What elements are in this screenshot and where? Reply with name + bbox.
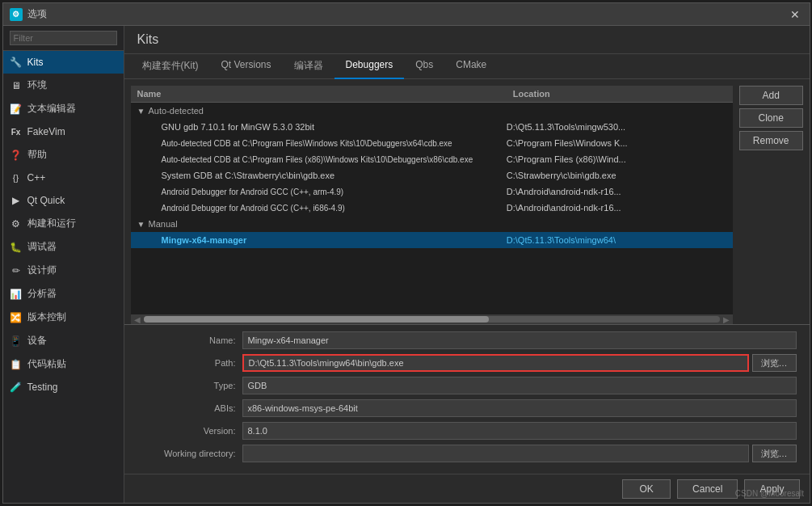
scroll-thumb[interactable] [144, 316, 490, 323]
sidebar-item-fakevim[interactable]: Fx FakeVim [3, 120, 124, 143]
sidebar-item-code-paste-label: 代码粘贴 [27, 357, 66, 371]
row-location: D:\Android\android-ndk-r16... [503, 203, 730, 213]
abis-row: ABIs: x86-windows-msys-pe-64bit [137, 399, 797, 417]
main-panel: Kits 构建套件(Kit) Qt Versions 编译器 Debuggers… [124, 26, 810, 503]
row-label: System GDB at C:\Strawberry\c\bin\gdb.ex… [160, 171, 503, 180]
filter-input[interactable] [10, 31, 117, 45]
sidebar-item-env-label: 环境 [27, 78, 47, 92]
type-row: Type: GDB [137, 377, 797, 394]
build-run-icon: ⚙ [10, 217, 23, 230]
table-actions-row: Name Location ▼ Auto-detected [124, 79, 810, 324]
sidebar-item-code-paste[interactable]: 📋 代码粘贴 [3, 352, 124, 376]
row-label: Manual [147, 219, 503, 229]
options-dialog: ⚙ 选项 ✕ 🔧 Kits 🖥 环境 📝 文本编辑器 [2, 2, 810, 504]
sidebar-item-designer-label: 设计师 [27, 264, 57, 277]
type-value: GDB [242, 377, 797, 394]
sidebar-item-build-run[interactable]: ⚙ 构建和运行 [3, 212, 124, 235]
vcs-icon: 🔀 [10, 311, 23, 324]
scroll-track[interactable] [144, 316, 720, 323]
table-header: Name Location [131, 86, 733, 103]
ok-button[interactable]: OK [622, 479, 671, 499]
row-location: C:\Program Files\Windows K... [503, 138, 730, 148]
tab-qt-versions[interactable]: Qt Versions [210, 54, 283, 79]
sidebar-item-vcs[interactable]: 🔀 版本控制 [3, 306, 124, 329]
sidebar-item-vcs-label: 版本控制 [27, 310, 66, 324]
sidebar-item-analyzer[interactable]: 📊 分析器 [3, 282, 124, 306]
sidebar-item-help-label: 帮助 [27, 148, 47, 162]
browse-working-dir-button[interactable]: 浏览… [752, 445, 797, 462]
tab-kit[interactable]: 构建套件(Kit) [131, 54, 210, 79]
location-col-header: Location [507, 86, 733, 102]
close-button[interactable]: ✕ [787, 6, 803, 23]
name-col-header: Name [131, 86, 507, 102]
sidebar-item-analyzer-label: 分析器 [27, 287, 57, 301]
fakevim-icon: Fx [10, 125, 23, 138]
sidebar-item-designer[interactable]: ✏ 设计师 [3, 259, 124, 282]
path-input[interactable] [242, 354, 749, 372]
sidebar-item-debugger[interactable]: 🐛 调试器 [3, 235, 124, 259]
name-input[interactable] [242, 331, 797, 349]
name-field-label: Name: [137, 335, 242, 345]
text-editor-icon: 📝 [10, 103, 23, 116]
sidebar-item-build-run-label: 构建和运行 [27, 217, 76, 230]
clone-button[interactable]: Clone [739, 108, 803, 128]
row-location: C:\Strawberry\c\bin\gdb.exe [503, 171, 730, 180]
name-row: Name: [137, 331, 797, 349]
tab-qbs[interactable]: Qbs [404, 54, 444, 79]
sidebar-item-debugger-label: 调试器 [27, 240, 57, 254]
tab-cmake[interactable]: CMake [444, 54, 498, 79]
table-row[interactable]: ▼ Auto-detected [131, 103, 733, 119]
version-field-label: Version: [137, 426, 242, 436]
table-row[interactable]: Android Debugger for Android GCC (C++, i… [131, 200, 733, 216]
expand-arrow: ▼ [137, 107, 147, 116]
sidebar-item-help[interactable]: ❓ 帮助 [3, 143, 124, 167]
cancel-button[interactable]: Cancel [677, 479, 738, 499]
tab-bar: 构建套件(Kit) Qt Versions 编译器 Debuggers Qbs … [124, 54, 810, 79]
title-icon: ⚙ [10, 8, 23, 21]
panel-title: Kits [124, 26, 810, 54]
remove-button[interactable]: Remove [739, 131, 803, 150]
designer-icon: ✏ [10, 264, 23, 277]
row-label: Auto-detected CDB at C:\Program Files\Wi… [160, 139, 503, 148]
row-location: C:\Program Files (x86)\Wind... [503, 154, 730, 164]
sidebar-filter-area [3, 26, 124, 51]
add-button[interactable]: Add [739, 86, 803, 105]
help-icon: ❓ [10, 149, 23, 162]
sidebar-item-testing[interactable]: 🧪 Testing [3, 376, 124, 398]
sidebar-item-text-editor-label: 文本编辑器 [27, 102, 76, 116]
table-row[interactable]: Android Debugger for Android GCC (C++, a… [131, 183, 733, 200]
sidebar-item-env[interactable]: 🖥 环境 [3, 74, 124, 97]
expand-arrow: ▼ [137, 220, 147, 229]
tab-debuggers[interactable]: Debuggers [334, 54, 405, 79]
sidebar-item-qt-quick[interactable]: ▶ Qt Quick [3, 189, 124, 212]
sidebar-item-cpp-label: C++ [27, 172, 46, 183]
table-row[interactable]: Auto-detected CDB at C:\Program Files (x… [131, 151, 733, 167]
kits-icon: 🔧 [10, 56, 23, 69]
sidebar-item-devices[interactable]: 📱 设备 [3, 329, 124, 352]
table-row[interactable]: GNU gdb 7.10.1 for MinGW 5.3.0 32bit D:\… [131, 119, 733, 135]
details-section: Name: Path: 浏览… Type: GDB ABIs: x86-w [124, 324, 810, 474]
table-row[interactable]: Auto-detected CDB at C:\Program Files\Wi… [131, 135, 733, 151]
qt-quick-icon: ▶ [10, 194, 23, 207]
table-row[interactable]: Mingw-x64-manager D:\Qt5.11.3\Tools\ming… [131, 232, 733, 248]
table-row[interactable]: ▼ Manual [131, 216, 733, 232]
title-bar: ⚙ 选项 ✕ [3, 3, 810, 26]
working-dir-input[interactable] [242, 445, 749, 462]
working-dir-row: Working directory: 浏览… [137, 445, 797, 462]
code-paste-icon: 📋 [10, 358, 23, 371]
analyzer-icon: 📊 [10, 288, 23, 301]
sidebar-item-text-editor[interactable]: 📝 文本编辑器 [3, 97, 124, 120]
version-value: 8.1.0 [242, 422, 797, 440]
tab-compilers[interactable]: 编译器 [283, 54, 334, 79]
sidebar-items-list: 🔧 Kits 🖥 环境 📝 文本编辑器 Fx FakeVim ❓ 帮助 [3, 51, 124, 503]
sidebar-item-kits[interactable]: 🔧 Kits [3, 51, 124, 74]
sidebar: 🔧 Kits 🖥 环境 📝 文本编辑器 Fx FakeVim ❓ 帮助 [3, 26, 124, 503]
sidebar-item-cpp[interactable]: {} C++ [3, 167, 124, 189]
cpp-icon: {} [10, 171, 23, 184]
table-row[interactable]: System GDB at C:\Strawberry\c\bin\gdb.ex… [131, 167, 733, 183]
scrollbar-area: ◀ ▶ [131, 314, 733, 324]
sidebar-item-devices-label: 设备 [27, 334, 47, 348]
row-label: GNU gdb 7.10.1 for MinGW 5.3.0 32bit [160, 122, 503, 132]
bottom-bar: OK Cancel Apply [124, 474, 810, 503]
browse-path-button[interactable]: 浏览… [752, 354, 797, 372]
